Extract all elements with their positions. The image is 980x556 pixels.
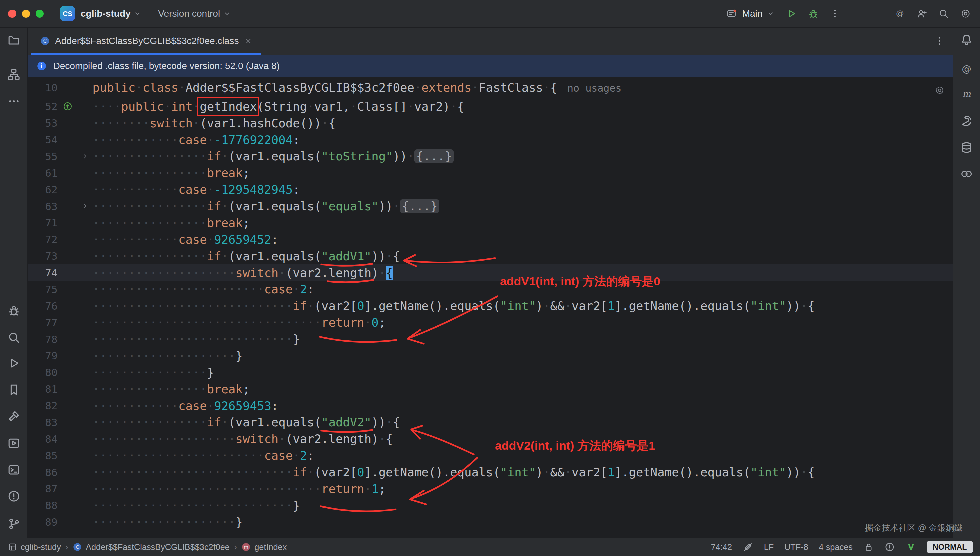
line-number[interactable]: 78 xyxy=(27,333,58,345)
find-tool-icon[interactable] xyxy=(7,331,21,344)
code-line-81[interactable]: 81················break; xyxy=(27,381,953,397)
line-number[interactable]: 55 xyxy=(27,150,58,162)
more-tools-icon[interactable] xyxy=(7,94,21,108)
search-everywhere-icon[interactable] xyxy=(938,8,949,19)
structure-tool-icon[interactable] xyxy=(7,68,21,81)
code-line-62[interactable]: 62············case·-1295482945: xyxy=(27,181,953,198)
line-number[interactable]: 79 xyxy=(27,350,58,362)
code-line-55[interactable]: 55················if·(var1.equals("toStr… xyxy=(27,148,953,165)
code-line-78[interactable]: 78····························} xyxy=(27,331,953,348)
code-line-86[interactable]: 86····························if·(var2[0… xyxy=(27,464,953,481)
readonly-pen-icon[interactable] xyxy=(743,541,753,552)
breadcrumb-item[interactable]: cglib-study xyxy=(8,542,61,552)
code-line-83[interactable]: 83················if·(var1.equals("addV2… xyxy=(27,414,953,431)
zoom-window-button[interactable] xyxy=(36,10,44,18)
line-number[interactable]: 62 xyxy=(27,184,58,196)
line-number[interactable]: 72 xyxy=(27,233,58,245)
code-line-75[interactable]: 75························case·2: xyxy=(27,281,953,298)
run-config-selector[interactable]: Main xyxy=(742,8,763,19)
fold-arrow-icon[interactable] xyxy=(77,152,93,160)
line-number[interactable]: 86 xyxy=(27,466,58,478)
code-line-73[interactable]: 73················if·(var1.equals("addV1… xyxy=(27,248,953,264)
minimize-window-button[interactable] xyxy=(22,10,30,18)
line-number[interactable]: 71 xyxy=(27,217,58,229)
line-number[interactable]: 53 xyxy=(27,117,58,129)
problems-tool-icon[interactable] xyxy=(7,489,21,503)
code-line-87[interactable]: 87································return… xyxy=(27,481,953,497)
editor-settings-icon[interactable] xyxy=(934,85,945,96)
tab-options-icon[interactable] xyxy=(934,36,945,47)
line-number[interactable]: 54 xyxy=(27,134,58,145)
line-number[interactable]: 87 xyxy=(27,483,58,495)
line-number[interactable]: 81 xyxy=(27,383,58,395)
project-tool-icon[interactable] xyxy=(7,33,21,47)
line-number[interactable]: 75 xyxy=(27,283,58,295)
line-number[interactable]: 85 xyxy=(27,450,58,462)
code-line-84[interactable]: 84····················switch·(var2.lengt… xyxy=(27,431,953,447)
bookmarks-tool-icon[interactable] xyxy=(7,383,21,397)
close-tab-icon[interactable] xyxy=(244,37,253,45)
code-line-88[interactable]: 88····························} xyxy=(27,497,953,514)
gradle-icon[interactable] xyxy=(960,114,974,127)
vim-icon[interactable]: V xyxy=(906,541,916,552)
line-number[interactable]: 63 xyxy=(27,200,58,212)
code-line-77[interactable]: 77································return… xyxy=(27,314,953,331)
code-line-74[interactable]: 74····················switch·(var2.lengt… xyxy=(27,264,953,281)
line-number[interactable]: 82 xyxy=(27,400,58,412)
version-control-menu[interactable]: Version control xyxy=(158,8,220,19)
debug-button[interactable] xyxy=(808,8,819,19)
breadcrumb-item[interactable]: CAdder$$FastClassByCGLIB$$3c2f0ee xyxy=(73,542,230,552)
code-line-10[interactable]: 10public·class·Adder$$FastClassByCGLIB$$… xyxy=(27,78,953,98)
warning-icon[interactable] xyxy=(884,541,895,552)
breadcrumb-item[interactable]: mgetIndex xyxy=(241,542,287,552)
code-line-76[interactable]: 76····························if·(var2[0… xyxy=(27,298,953,314)
code-line-61[interactable]: 61················break; xyxy=(27,165,953,181)
ai-chat-icon[interactable]: @ xyxy=(960,62,974,76)
vim-mode-badge[interactable]: NORMAL xyxy=(927,541,973,553)
maven-icon[interactable]: m xyxy=(960,87,974,101)
code-line-79[interactable]: 79····················} xyxy=(27,348,953,364)
code-line-72[interactable]: 72············case·92659452: xyxy=(27,231,953,248)
folded-region[interactable]: {...} xyxy=(414,149,454,163)
build-tool-icon[interactable] xyxy=(7,409,21,423)
override-gutter-icon[interactable] xyxy=(58,101,77,112)
indent-style[interactable]: 4 spaces xyxy=(819,542,852,552)
code-line-89[interactable]: 89····················} xyxy=(27,514,953,530)
line-number[interactable]: 84 xyxy=(27,433,58,445)
line-number[interactable]: 52 xyxy=(27,100,58,112)
line-number[interactable]: 80 xyxy=(27,366,58,378)
code-line-53[interactable]: 53········switch·(var1.hashCode())·{ xyxy=(27,115,953,131)
code-line-63[interactable]: 63················if·(var1.equals("equal… xyxy=(27,198,953,215)
line-number[interactable]: 77 xyxy=(27,317,58,329)
more-actions-button[interactable] xyxy=(829,8,841,19)
git-tool-icon[interactable] xyxy=(7,517,21,531)
ai-assistant-icon[interactable]: @ xyxy=(894,8,906,19)
services-tool-icon[interactable] xyxy=(7,436,21,450)
debug-tool-icon[interactable] xyxy=(7,304,21,317)
run-config-icon[interactable] xyxy=(726,8,737,19)
run-button[interactable] xyxy=(786,8,797,19)
terminal-tool-icon[interactable] xyxy=(7,463,21,477)
code-line-85[interactable]: 85························case·2: xyxy=(27,447,953,464)
code-line-54[interactable]: 54············case·-1776922004: xyxy=(27,131,953,148)
project-menu[interactable]: cglib-study xyxy=(81,8,131,19)
line-number[interactable]: 10 xyxy=(27,82,58,94)
fold-arrow-icon[interactable] xyxy=(77,202,93,210)
settings-icon[interactable] xyxy=(960,8,971,19)
line-number[interactable]: 89 xyxy=(27,516,58,528)
lock-icon[interactable] xyxy=(863,541,874,552)
run-tool-icon[interactable] xyxy=(7,356,21,370)
caret-position[interactable]: 74:42 xyxy=(711,542,732,552)
editor-tab[interactable]: C Adder$$FastClassByCGLIB$$3c2f0ee.class xyxy=(31,27,262,55)
line-number[interactable]: 83 xyxy=(27,416,58,428)
code-line-80[interactable]: 80················} xyxy=(27,364,953,381)
line-number[interactable]: 61 xyxy=(27,167,58,179)
line-separator[interactable]: LF xyxy=(764,542,774,552)
code-line-71[interactable]: 71················break; xyxy=(27,215,953,231)
code-line-82[interactable]: 82············case·92659453: xyxy=(27,397,953,414)
dependencies-icon[interactable] xyxy=(960,167,974,181)
line-number[interactable]: 74 xyxy=(27,267,58,279)
line-number[interactable]: 76 xyxy=(27,300,58,312)
folded-region[interactable]: {...} xyxy=(400,199,439,213)
notifications-icon[interactable] xyxy=(960,33,974,47)
